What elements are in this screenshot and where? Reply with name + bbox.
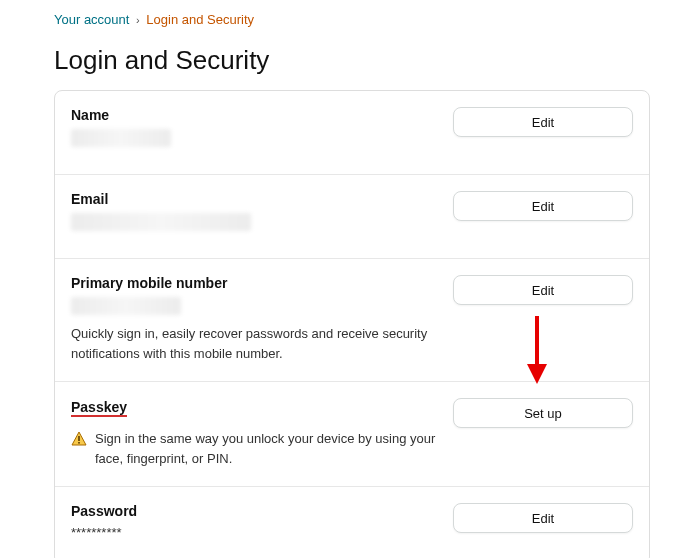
warning-icon	[71, 431, 87, 447]
svg-rect-4	[78, 442, 80, 444]
chevron-right-icon: ›	[136, 14, 140, 26]
row-password: Password ********** Edit	[55, 487, 649, 558]
row-mobile: Primary mobile number Quickly sign in, e…	[55, 259, 649, 382]
breadcrumb-current: Login and Security	[146, 12, 254, 27]
mobile-help-text: Quickly sign in, easily recover password…	[71, 324, 451, 363]
breadcrumb-parent-link[interactable]: Your account	[54, 12, 129, 27]
row-email: Email Edit	[55, 175, 649, 259]
passkey-label: Passkey	[71, 399, 127, 417]
password-label: Password	[71, 503, 453, 519]
svg-rect-3	[78, 436, 80, 441]
passkey-help-text: Sign in the same way you unlock your dev…	[95, 429, 453, 468]
setup-passkey-button[interactable]: Set up	[453, 398, 633, 428]
settings-card: Name Edit Email Edit Primary mobile numb…	[54, 90, 650, 558]
mobile-label: Primary mobile number	[71, 275, 453, 291]
edit-mobile-button[interactable]: Edit	[453, 275, 633, 305]
edit-name-button[interactable]: Edit	[453, 107, 633, 137]
edit-email-button[interactable]: Edit	[453, 191, 633, 221]
row-name: Name Edit	[55, 91, 649, 175]
mobile-value-redacted	[71, 297, 181, 315]
email-label: Email	[71, 191, 453, 207]
page-title: Login and Security	[0, 45, 680, 90]
password-value: **********	[71, 525, 453, 540]
edit-password-button[interactable]: Edit	[453, 503, 633, 533]
email-value-redacted	[71, 213, 251, 231]
breadcrumb: Your account › Login and Security	[0, 6, 680, 45]
name-label: Name	[71, 107, 453, 123]
name-value-redacted	[71, 129, 171, 147]
row-passkey: Passkey Sign in the same way you unlock …	[55, 382, 649, 487]
